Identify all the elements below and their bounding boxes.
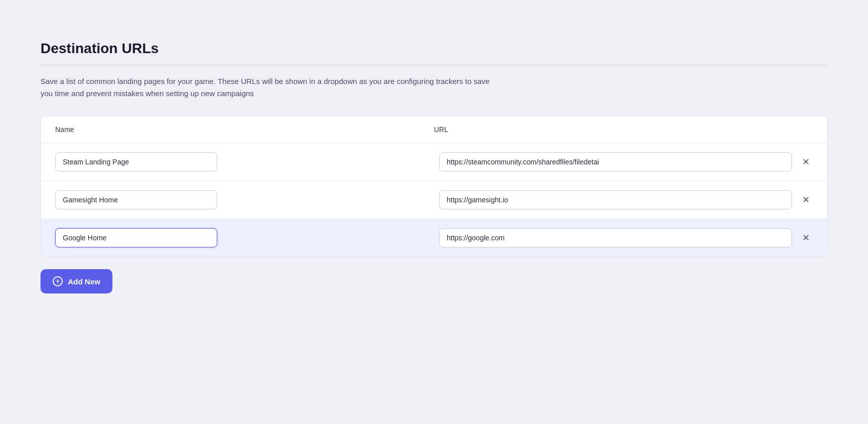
name-input-3[interactable] — [55, 228, 217, 247]
url-cell: ✕ — [439, 152, 813, 172]
add-new-button[interactable]: + Add New — [41, 269, 112, 293]
name-input-1[interactable] — [55, 152, 217, 172]
add-new-label: Add New — [68, 277, 100, 286]
url-input-2[interactable] — [439, 190, 792, 209]
name-cell — [55, 152, 429, 172]
url-cell: ✕ — [439, 228, 813, 247]
name-input-2[interactable] — [55, 190, 217, 209]
url-input-1[interactable] — [439, 152, 792, 172]
name-cell — [55, 190, 429, 209]
table-row: ✕ — [41, 219, 827, 257]
name-cell — [55, 228, 429, 247]
url-input-3[interactable] — [439, 228, 792, 247]
page-container: Destination URLs Save a list of common l… — [10, 20, 858, 314]
column-header-name: Name — [55, 125, 434, 134]
page-title: Destination URLs — [41, 40, 827, 57]
url-cell: ✕ — [439, 190, 813, 209]
section-divider — [41, 65, 827, 65]
delete-row-3-button[interactable]: ✕ — [799, 230, 813, 245]
urls-table: Name URL ✕ ✕ — [41, 116, 827, 257]
column-header-url: URL — [434, 125, 813, 134]
table-header: Name URL — [41, 116, 827, 143]
delete-row-2-button[interactable]: ✕ — [799, 192, 813, 207]
table-row: ✕ — [41, 143, 827, 181]
plus-circle-icon: + — [53, 276, 63, 286]
page-description: Save a list of common landing pages for … — [41, 75, 496, 100]
table-row: ✕ — [41, 181, 827, 219]
delete-row-1-button[interactable]: ✕ — [799, 154, 813, 169]
